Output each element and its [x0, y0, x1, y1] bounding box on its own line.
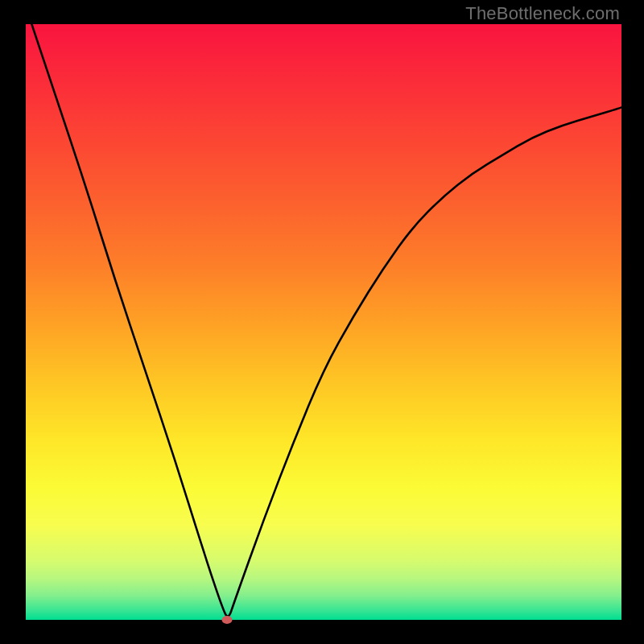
plot-area	[26, 24, 621, 620]
minimum-marker	[222, 616, 233, 624]
chart-frame: TheBottleneck.com	[0, 0, 644, 644]
watermark-text: TheBottleneck.com	[465, 3, 620, 24]
bottleneck-curve	[26, 24, 621, 620]
